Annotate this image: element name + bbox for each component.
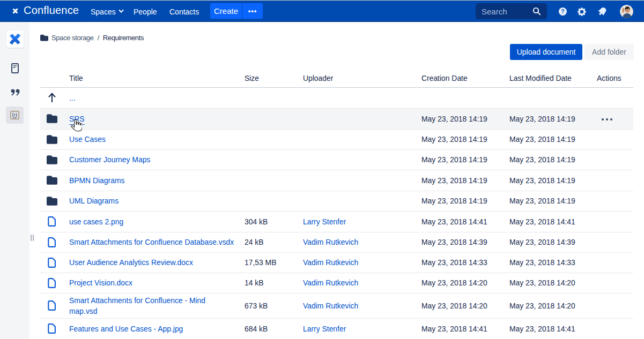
svg-text:?: ?	[561, 8, 564, 14]
